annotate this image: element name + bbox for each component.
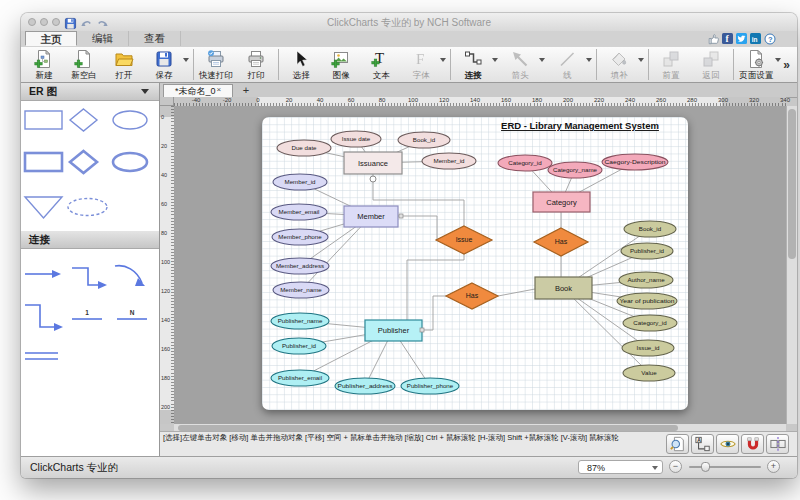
attribute-publisher-name[interactable]: Publisher_name — [271, 313, 329, 329]
shape-ellipse-thick[interactable] — [113, 153, 147, 171]
zoom-out-button[interactable]: − — [669, 460, 682, 473]
font-icon: F — [411, 48, 431, 70]
attribute-publisher-id[interactable]: Publisher_id — [621, 243, 673, 259]
shape-diamond-thick[interactable] — [70, 151, 97, 173]
entity-category[interactable]: Category — [533, 192, 590, 212]
zoom-slider[interactable] — [689, 466, 761, 468]
tab-view[interactable]: 查看 — [129, 31, 181, 46]
attribute-member-email[interactable]: Member_email — [271, 204, 327, 220]
entity-label: Book — [555, 284, 572, 293]
toolbar-button-text[interactable]: T文本 — [361, 47, 401, 82]
shape-rectangle-thick[interactable] — [25, 153, 62, 171]
attribute-member-address[interactable]: Member_address — [271, 258, 329, 274]
toolbar-button-line[interactable]: 线 — [547, 47, 594, 82]
attribute-author-name[interactable]: Author_name — [619, 272, 673, 288]
attribute-year-of-publication[interactable]: Year of publication — [617, 293, 677, 309]
snap-magnet-button[interactable] — [741, 434, 764, 454]
zoom-in-button[interactable]: + — [767, 460, 780, 473]
toolbar-overflow-chevron[interactable]: » — [783, 58, 790, 72]
linkedin-icon[interactable]: in — [750, 33, 761, 44]
facebook-icon[interactable]: f — [722, 33, 733, 44]
new-document-tab-button[interactable]: + — [238, 83, 254, 97]
entity-issuance[interactable]: Issuance — [344, 152, 402, 174]
toolbar-button-select[interactable]: 选择 — [281, 47, 321, 82]
grid-eye-button[interactable] — [716, 434, 739, 454]
toolbar-button-fill[interactable]: 填补 — [599, 47, 646, 82]
toolbar-button-back[interactable]: 返回 — [691, 47, 731, 82]
shape-ellipse-thin[interactable] — [113, 111, 147, 129]
toolbar-button-connect[interactable]: 连接 — [453, 47, 500, 82]
attribute-publisher-phone[interactable]: Publisher_phone — [401, 378, 459, 394]
dropdown-caret-icon[interactable] — [586, 58, 592, 62]
tab-edit[interactable]: 编辑 — [77, 31, 129, 46]
shape-rectangle-thin[interactable] — [25, 111, 62, 129]
vertical-scrollbar[interactable] — [786, 106, 797, 424]
connector-label-button[interactable]: A — [691, 434, 714, 454]
dropdown-caret-icon[interactable] — [775, 58, 781, 62]
toolbar-button-open[interactable]: 打开 — [104, 47, 144, 82]
toolbar-button-font[interactable]: F字体 — [401, 47, 448, 82]
attribute-member-phone[interactable]: Member_phone — [272, 229, 328, 245]
help-icon[interactable]: ? — [764, 33, 775, 44]
toolbar-button-new[interactable]: 新建 — [24, 47, 64, 82]
dropdown-caret-icon[interactable] — [539, 58, 545, 62]
toolbar-button-new-blank[interactable]: 新空白 — [64, 47, 104, 82]
attribute-issue-date[interactable]: Issue date — [331, 131, 381, 147]
entity-book[interactable]: Book — [535, 277, 592, 299]
attribute-member-id[interactable]: Member_id — [273, 174, 327, 190]
close-tab-icon[interactable]: × — [216, 85, 221, 94]
shape-ellipse-dashed[interactable] — [68, 199, 107, 216]
tab-home[interactable]: 主页 — [25, 31, 77, 46]
dropdown-caret-icon[interactable] — [492, 58, 498, 62]
vruler-label: 140 — [161, 317, 170, 323]
canvas[interactable]: Due dateIssue dateBook_idMember_idMember… — [174, 106, 786, 424]
zoom-slider-thumb[interactable] — [701, 462, 710, 472]
attribute-member-name[interactable]: Member_name — [273, 282, 329, 298]
relationship-has-1[interactable]: Has — [534, 228, 588, 256]
toolbar-button-front[interactable]: 前置 — [651, 47, 691, 82]
entity-publisher[interactable]: Publisher — [365, 320, 422, 341]
attribute-category-id[interactable]: Category_id — [498, 155, 552, 171]
vertical-scrollbar-thumb[interactable] — [788, 109, 796, 259]
attribute-category-id[interactable]: Category_id — [623, 315, 677, 331]
connector-handle[interactable] — [420, 328, 424, 332]
relationship-issue-0[interactable]: Issue — [436, 226, 492, 254]
connector-handle[interactable] — [399, 214, 403, 218]
attribute-publisher-address[interactable]: Publisher_address — [335, 378, 395, 394]
sidebar-section-connect[interactable]: 连接 — [21, 231, 159, 249]
zoom-page-button[interactable] — [666, 434, 689, 454]
sidebar-section-er[interactable]: ER 图 — [21, 83, 159, 101]
attribute-issue-id[interactable]: Issue_id — [622, 340, 674, 356]
toolbar-button-image[interactable]: 图像 — [321, 47, 361, 82]
attribute-publisher-id[interactable]: Publisher_id — [272, 338, 326, 354]
attribute-category-name[interactable]: Category_name — [548, 162, 602, 178]
dropdown-caret-icon[interactable] — [638, 58, 644, 62]
entity-member[interactable]: Member — [344, 206, 398, 227]
zoom-level-select[interactable]: 87% — [578, 460, 663, 474]
relationship-has-2[interactable]: Has — [446, 283, 498, 309]
attribute-caegory-description[interactable]: Caegory-Description — [602, 154, 668, 170]
align-split-button[interactable] — [766, 434, 789, 454]
twitter-icon[interactable] — [736, 33, 747, 44]
document-tab[interactable]: *未命名_0× — [163, 84, 233, 97]
toolbar-button-save[interactable]: 保存 — [144, 47, 191, 82]
toolbar-button-quick-print[interactable]: 快速打印 — [196, 47, 236, 82]
attribute-due-date[interactable]: Due date — [277, 140, 331, 156]
like-icon[interactable] — [708, 33, 719, 44]
attribute-book-id[interactable]: Book_id — [398, 132, 450, 148]
shape-triangle[interactable] — [25, 197, 62, 218]
attribute-publisher-email[interactable]: Publisher_email — [271, 370, 329, 386]
select-icon — [291, 48, 311, 70]
toolbar-button-arrow[interactable]: 箭头 — [500, 47, 547, 82]
attribute-book-id[interactable]: Book_id — [624, 221, 676, 237]
attribute-value[interactable]: Value — [623, 365, 675, 381]
connector-elbow-arrow[interactable] — [72, 268, 98, 285]
attribute-member-id[interactable]: Member_id — [422, 153, 476, 169]
toolbar-button-page-setup[interactable]: 页面设置 — [736, 47, 783, 82]
connector-double-line[interactable] — [25, 353, 58, 359]
dropdown-caret-icon[interactable] — [440, 58, 446, 62]
dropdown-caret-icon[interactable] — [183, 58, 189, 62]
connector-s-elbow-arrow[interactable] — [25, 305, 54, 327]
toolbar-button-print[interactable]: 打印 — [236, 47, 276, 82]
shape-diamond-thin[interactable] — [70, 109, 97, 131]
